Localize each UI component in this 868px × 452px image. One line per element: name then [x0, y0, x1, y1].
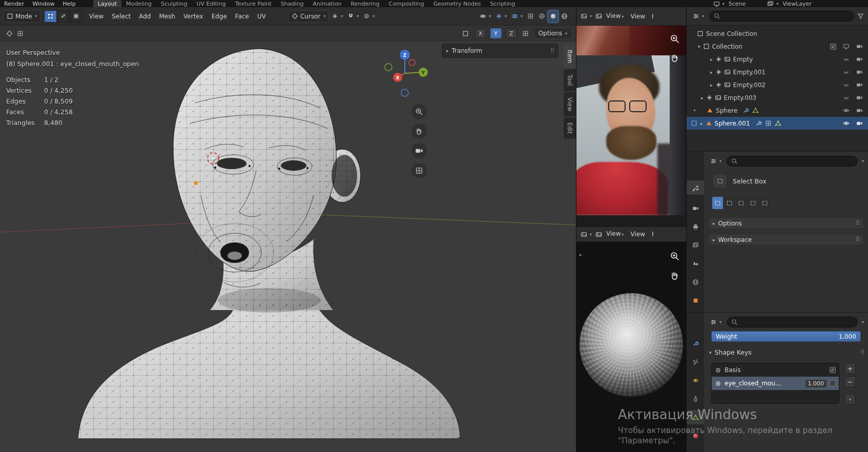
menu-uv[interactable]: UV: [254, 10, 270, 23]
correct-face-attributes-icon[interactable]: [520, 27, 531, 39]
select-mode-subtract[interactable]: [736, 197, 747, 209]
remove-shape-key-button[interactable]: −: [844, 376, 856, 387]
tab-scene-properties[interactable]: [687, 256, 704, 271]
menu-view-2[interactable]: View: [628, 10, 648, 23]
sidebar-tab-tool[interactable]: Tool: [564, 69, 576, 91]
move-view-hand-button[interactable]: [670, 271, 680, 282]
outliner-row-empty-002[interactable]: ▸ Empty.002: [687, 78, 868, 91]
select-mode-invert[interactable]: [748, 197, 758, 209]
workspace-tab-modeling[interactable]: Modeling: [121, 0, 156, 7]
mode-select[interactable]: Mode ▾: [3, 10, 41, 23]
eye-closed-icon[interactable]: [843, 56, 850, 63]
image-editor-bottom-canvas[interactable]: ▸: [576, 242, 686, 452]
outliner-row-empty-001[interactable]: ▸ Empty.001: [687, 66, 868, 78]
edge-select-mode-button[interactable]: [57, 10, 70, 23]
outliner-row-sphere[interactable]: • Sphere: [687, 104, 868, 117]
face-select-mode-button[interactable]: [70, 10, 82, 23]
properties-search-input[interactable]: [727, 317, 858, 327]
browse-scene-icon[interactable]: ▾: [711, 0, 727, 7]
weight-slider[interactable]: Weight 1.000: [711, 331, 861, 342]
shape-key-value[interactable]: 1.000: [805, 380, 827, 387]
tool-settings-icon[interactable]: [4, 27, 15, 39]
editor-type-dropdown[interactable]: ▾: [578, 10, 594, 23]
workspace-tab-animation[interactable]: Animation: [308, 0, 346, 7]
workspace-tab-rendering[interactable]: Rendering: [346, 0, 384, 7]
render-camera-icon[interactable]: [856, 43, 863, 50]
move-view-hand-button[interactable]: [411, 124, 427, 139]
tab-object-data-properties[interactable]: [687, 410, 704, 424]
outliner-row-empty-003[interactable]: ▸ Empty.003: [687, 91, 868, 104]
menu-truncated[interactable]: I: [649, 10, 656, 23]
panel-drag-handle-icon[interactable]: ⠿: [550, 48, 554, 54]
scene-selector[interactable]: Scene: [729, 1, 746, 7]
outliner-search-input[interactable]: [709, 11, 854, 22]
outliner-row-collection[interactable]: ▾ Collection ✓: [687, 40, 868, 53]
tab-render-properties[interactable]: [687, 201, 704, 215]
shading-solid-button[interactable]: [548, 10, 559, 23]
xray-toggle[interactable]: [525, 10, 536, 23]
menu-view[interactable]: View▾: [604, 10, 627, 23]
tab-object-properties[interactable]: [687, 293, 704, 307]
chevron-down-icon[interactable]: ▾: [862, 159, 864, 163]
snapping-magnet-toggle[interactable]: ▾: [345, 10, 361, 23]
panel-drag-handle-icon[interactable]: ⠿: [856, 220, 859, 227]
workspace-tab-scripting[interactable]: Scripting: [486, 0, 520, 7]
workspace-tab-layout[interactable]: Layout: [93, 0, 121, 7]
zoom-button[interactable]: [411, 104, 427, 119]
mirror-y-button[interactable]: Y: [490, 28, 502, 38]
select-mode-extend[interactable]: [724, 197, 735, 209]
tab-view-layer-properties[interactable]: [687, 238, 704, 252]
menu-truncated[interactable]: I: [649, 228, 656, 240]
expand-icon[interactable]: ▸: [710, 83, 713, 88]
shape-keys-panel-header[interactable]: ▾ Shape Keys ⠿: [709, 348, 864, 356]
workspace-tab-shading[interactable]: Shading: [276, 0, 308, 7]
tab-active-tool[interactable]: [687, 180, 704, 195]
shape-key-checkbox[interactable]: [830, 380, 836, 386]
mirror-icon[interactable]: [460, 27, 471, 39]
editor-type-dropdown[interactable]: ▾: [708, 316, 724, 328]
navigation-gizmo[interactable]: Z X Y: [378, 46, 435, 103]
render-camera-icon[interactable]: [856, 107, 863, 114]
filter-funnel-icon[interactable]: [857, 13, 864, 19]
workspace-panel-header[interactable]: ▸ Workspace ⠿: [708, 234, 864, 245]
expand-icon[interactable]: ▸: [700, 121, 703, 126]
sidebar-tab-view[interactable]: View: [564, 92, 576, 116]
expand-icon[interactable]: ▸: [701, 95, 704, 100]
tab-modifier-properties[interactable]: [687, 336, 704, 351]
tool-settings-grid-icon[interactable]: [15, 27, 26, 39]
eye-closed-icon[interactable]: [843, 94, 850, 101]
menu-window[interactable]: Window: [28, 0, 58, 7]
viewlayer-selector[interactable]: ViewLayer: [782, 1, 812, 7]
monitor-visibility-icon[interactable]: [843, 43, 850, 50]
shape-key-row-basis[interactable]: Basis ✓: [712, 363, 839, 377]
transform-orientation-select[interactable]: ▾: [329, 10, 345, 23]
3d-viewport[interactable]: User Perspective (8) Sphere.001 : eye_cl…: [0, 42, 576, 452]
collapse-icon[interactable]: ▾: [698, 44, 700, 49]
overlays-dropdown[interactable]: ▾: [509, 10, 525, 23]
shading-rendered-button[interactable]: [559, 10, 570, 23]
camera-view-button[interactable]: [411, 143, 427, 158]
eye-icon[interactable]: [843, 107, 850, 114]
menu-mesh[interactable]: Mesh: [155, 10, 179, 23]
add-shape-key-button[interactable]: +: [844, 363, 856, 374]
properties-search-input[interactable]: [727, 156, 858, 167]
menu-vertex[interactable]: Vertex: [180, 10, 207, 23]
shape-keys-list[interactable]: Basis ✓ eye_closed_mou... 1.000: [711, 363, 839, 404]
outliner-row-empty[interactable]: ▸ Empty: [687, 53, 868, 66]
select-mode-intersect[interactable]: [759, 197, 770, 209]
tab-physics-properties[interactable]: [687, 373, 704, 387]
tab-world-properties[interactable]: [687, 275, 704, 289]
move-view-hand-button[interactable]: [670, 53, 680, 65]
tab-output-properties[interactable]: [687, 219, 704, 234]
zoom-button[interactable]: [670, 34, 680, 46]
proportional-editing-toggle[interactable]: ▾: [361, 10, 377, 23]
tab-constraint-properties[interactable]: [687, 392, 704, 406]
outliner-row-sphere-001-selected[interactable]: ▸ Sphere.001: [687, 117, 868, 130]
render-camera-icon[interactable]: [856, 81, 863, 88]
snap-axes-dropdown[interactable]: ▾: [493, 10, 509, 23]
editor-type-dropdown[interactable]: ▾: [691, 10, 706, 23]
render-camera-icon[interactable]: [856, 120, 863, 127]
render-camera-icon[interactable]: [856, 94, 863, 101]
browse-viewlayer-icon[interactable]: ▾: [765, 0, 780, 7]
options-panel-header[interactable]: ▸ Options ⠿: [708, 217, 864, 229]
